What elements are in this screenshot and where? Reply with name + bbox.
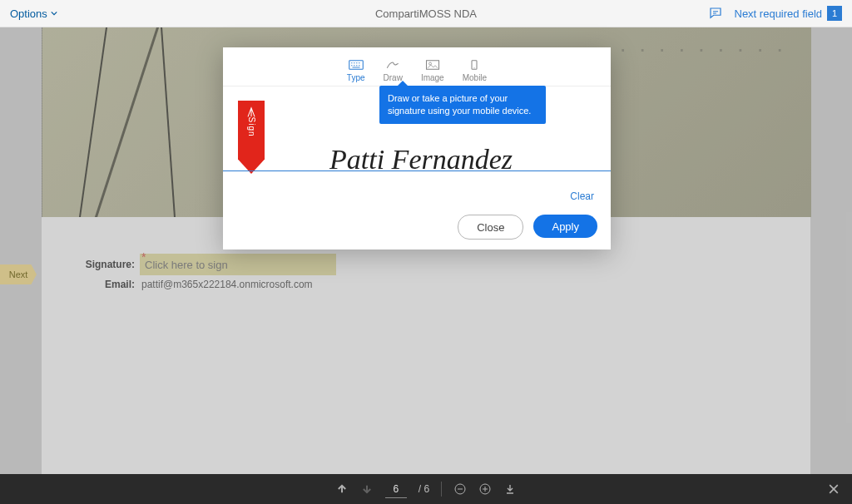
tab-image-label: Image [421, 73, 444, 82]
typed-signature-area[interactable]: Patti Fernandez [223, 146, 611, 174]
close-toolbar-button[interactable] [827, 482, 840, 496]
tab-type-label: Type [347, 73, 365, 82]
apply-button[interactable]: Apply [533, 215, 597, 238]
tab-image[interactable]: Image [416, 57, 449, 84]
toolbar-divider [441, 482, 442, 497]
tab-mobile-label: Mobile [463, 73, 487, 82]
svg-rect-0 [349, 61, 363, 70]
next-required-count: 1 [827, 6, 842, 21]
close-button[interactable]: Close [458, 215, 523, 240]
page-up-button[interactable] [335, 482, 349, 496]
document-area: · · · · · · · · · · · · · · · · Next Sig… [0, 27, 852, 475]
zoom-in-button[interactable] [478, 482, 492, 496]
clear-signature-link[interactable]: Clear [570, 190, 594, 202]
page-number-input[interactable] [385, 481, 407, 498]
svg-point-4 [474, 67, 475, 68]
options-label: Options [10, 7, 47, 20]
svg-point-2 [428, 62, 431, 65]
svg-rect-1 [426, 61, 438, 70]
download-button[interactable] [503, 482, 517, 496]
speech-bubble-icon[interactable] [708, 6, 723, 21]
tab-type[interactable]: Type [342, 57, 370, 84]
next-required-label: Next required field [735, 7, 823, 20]
page-total-label: / 6 [419, 483, 429, 495]
tab-mobile[interactable]: Mobile [458, 57, 492, 84]
image-icon [425, 58, 440, 72]
signature-modal: Type Draw Image Mobile Draw or take a pi… [223, 47, 611, 250]
mobile-icon [467, 58, 482, 72]
signature-underline [223, 170, 611, 171]
keyboard-icon [349, 58, 364, 72]
page-down-button [360, 482, 374, 496]
bottom-toolbar: / 6 [0, 474, 852, 504]
next-required-field-link[interactable]: Next required field 1 [735, 6, 843, 21]
modal-actions: Close Apply [458, 215, 597, 240]
typed-signature-text: Patti Fernandez [329, 146, 611, 174]
mobile-tooltip: Draw or take a picture of your signature… [379, 86, 546, 124]
chevron-down-icon [51, 10, 57, 17]
sign-ribbon-label: Sign [246, 116, 255, 136]
signature-tabs: Type Draw Image Mobile [223, 47, 611, 86]
options-menu[interactable]: Options [0, 7, 67, 20]
zoom-out-button[interactable] [453, 482, 467, 496]
pen-icon [385, 58, 400, 72]
document-title: CompartiMOSS NDA [375, 7, 477, 20]
top-bar: Options CompartiMOSS NDA Next required f… [0, 0, 852, 27]
